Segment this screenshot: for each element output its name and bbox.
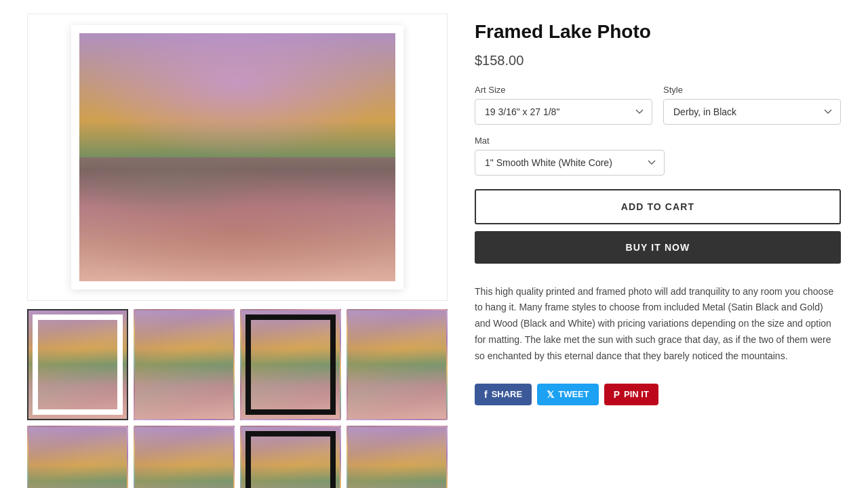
product-title: Framed Lake Photo [475,20,841,43]
options-section: Art Size 19 3/16" x 27 1/8" 10" x 14" 12… [475,85,841,176]
right-column: Framed Lake Photo $158.00 Art Size 19 3/… [475,14,841,488]
thumbnail-5[interactable] [27,426,128,488]
pinterest-icon: P [614,389,620,400]
facebook-share-button[interactable]: f SHARE [475,384,532,405]
thumbnail-1[interactable] [27,309,128,420]
main-image-container [27,14,448,301]
buy-now-button[interactable]: BUY IT NOW [475,231,841,264]
pinterest-pin-label: PIN IT [624,389,649,399]
mat-row: Mat 1" Smooth White (White Core) No Mat … [475,136,841,176]
left-column [27,14,448,488]
thumbnail-6[interactable] [134,426,235,488]
twitter-tweet-label: TWEET [558,389,589,399]
button-group: ADD TO CART BUY IT NOW [475,189,841,264]
product-price: $158.00 [475,53,841,68]
thumbnail-8[interactable] [347,426,448,488]
main-product-image [71,25,403,289]
facebook-icon: f [484,389,488,400]
art-size-label: Art Size [475,85,652,95]
thumbnail-2[interactable] [134,309,235,420]
facebook-share-label: SHARE [492,389,523,399]
thumbnail-3[interactable] [240,309,341,420]
art-size-select[interactable]: 19 3/16" x 27 1/8" 10" x 14" 12" x 16" 1… [475,99,652,125]
product-description: This high quality printed and framed pho… [475,284,841,365]
style-label: Style [663,85,841,95]
mat-label: Mat [475,136,841,146]
thumbnail-grid [27,309,448,488]
add-to-cart-button[interactable]: ADD TO CART [475,189,841,224]
thumbnail-4[interactable] [347,309,448,420]
thumbnail-7[interactable] [240,426,341,488]
style-group: Style Derby, in Black Derby, in White Sa… [663,85,841,125]
social-buttons: f SHARE 𝕏 TWEET P PIN IT [475,384,841,405]
art-size-group: Art Size 19 3/16" x 27 1/8" 10" x 14" 12… [475,85,652,125]
mat-select[interactable]: 1" Smooth White (White Core) No Mat 1" B… [475,150,665,176]
pinterest-pin-button[interactable]: P PIN IT [604,384,658,405]
page-container: Framed Lake Photo $158.00 Art Size 19 3/… [0,0,868,488]
twitter-tweet-button[interactable]: 𝕏 TWEET [537,384,599,405]
twitter-icon: 𝕏 [547,389,554,400]
style-select[interactable]: Derby, in Black Derby, in White Satin Bl… [663,99,841,125]
art-style-row: Art Size 19 3/16" x 27 1/8" 10" x 14" 12… [475,85,841,125]
